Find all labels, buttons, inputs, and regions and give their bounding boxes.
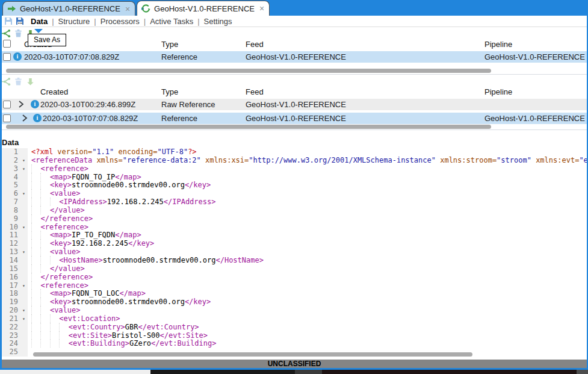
- code-line: 4 <map>FQDN_TO_IP</map>: [2, 173, 588, 182]
- row-checkbox[interactable]: [3, 53, 11, 61]
- code-text: </value>: [28, 265, 85, 273]
- code-line: 20▾ <value>: [2, 307, 588, 315]
- code-line: 15 </value>: [2, 265, 588, 273]
- code-line: 17▾ <reference>: [2, 282, 588, 290]
- code-text: <map>FQDN_TO_IP</map>: [28, 173, 141, 182]
- info-icon[interactable]: i: [13, 52, 22, 61]
- stream-table-header: Created Type Feed Pipeline: [2, 39, 587, 51]
- save-as-button[interactable]: [15, 16, 25, 26]
- tab-pipeline-geohost[interactable]: GeoHost-V1.0-REFERENCE ×: [137, 1, 270, 16]
- code-text: <referenceData xmlns="reference-data:2" …: [28, 157, 588, 165]
- code-text: <key>stroomnode00.strmdev00.org</key>: [28, 298, 211, 307]
- code-text: <map>IP_TO_FQDN</map>: [28, 231, 141, 240]
- code-line: 6▾ <value>: [2, 190, 588, 198]
- tab-processors[interactable]: Processors: [101, 17, 140, 26]
- fold-toggle-icon: [20, 207, 28, 215]
- row-checkbox[interactable]: [3, 101, 11, 108]
- row-checkbox[interactable]: [3, 114, 11, 122]
- code-line: 5 <key>stroomnode00.strmdev00.org</key>: [2, 181, 588, 190]
- line-number: 22: [2, 323, 20, 332]
- fold-toggle-icon[interactable]: ▾: [20, 315, 28, 323]
- tab-data[interactable]: Data: [31, 17, 48, 26]
- table-row[interactable]: i 2020-03-10T07:07:08.829Z Reference Geo…: [2, 51, 587, 63]
- line-number: 21: [2, 315, 20, 323]
- code-text: </value>: [28, 207, 85, 215]
- menu-bar: Data | Structure | Processors | Active T…: [2, 16, 587, 27]
- col-pipeline: Pipeline: [484, 86, 512, 98]
- line-number: 3: [2, 165, 20, 173]
- process-icon[interactable]: [2, 29, 11, 38]
- fold-toggle-icon[interactable]: ▾: [20, 157, 28, 165]
- table-row[interactable]: i 2020-03-10T07:07:08.829Z Reference Geo…: [2, 113, 587, 124]
- horizontal-scrollbar[interactable]: [6, 69, 491, 73]
- line-number: 23: [2, 332, 20, 340]
- data-panel-title: Data: [2, 138, 19, 147]
- fold-toggle-icon[interactable]: ▾: [20, 190, 28, 198]
- code-text: <map>FQDN_TO_LOC</map>: [28, 290, 146, 298]
- fold-toggle-icon[interactable]: ▾: [20, 223, 28, 232]
- tab-feed-geohost[interactable]: GeoHost-V1.0-REFERENCE ×: [2, 1, 135, 16]
- fold-toggle-icon: [20, 332, 28, 340]
- cell-pipeline: GeoHost-V1.0-REFERENCE: [484, 113, 585, 124]
- tab-structure[interactable]: Structure: [58, 17, 90, 26]
- save-as-tooltip: Save As: [28, 34, 66, 46]
- expand-chevron-icon[interactable]: [18, 100, 24, 108]
- save-button[interactable]: [4, 16, 13, 26]
- line-number: 17: [2, 282, 20, 290]
- fold-toggle-icon: [20, 265, 28, 273]
- line-number: 13: [2, 248, 20, 257]
- feed-arrow-icon: [7, 4, 16, 13]
- xml-editor[interactable]: 1<?xml version="1.1" encoding="UTF-8"?>2…: [2, 148, 588, 358]
- fold-toggle-icon: [20, 215, 28, 223]
- fold-toggle-icon[interactable]: ▾: [20, 248, 28, 257]
- line-number: 4: [2, 173, 20, 182]
- fold-toggle-icon[interactable]: ▾: [20, 307, 28, 315]
- code-line: 16 </reference>: [2, 273, 588, 282]
- code-text: <value>: [28, 307, 81, 315]
- code-text: <?xml version="1.1" encoding="UTF-8"?>: [28, 148, 197, 157]
- fold-toggle-icon: [20, 290, 28, 298]
- code-text: [28, 348, 31, 357]
- code-text: <evt:Building>GZero</evt:Building>: [28, 340, 216, 348]
- cell-feed: GeoHost-V1.0-REFERENCE: [246, 51, 346, 63]
- fold-toggle-icon[interactable]: ▾: [20, 282, 28, 290]
- horizontal-scrollbar[interactable]: [6, 125, 491, 129]
- download-icon[interactable]: [26, 77, 35, 86]
- desktop-strip: [0, 370, 588, 374]
- delete-icon[interactable]: [14, 29, 23, 38]
- tab-active-tasks[interactable]: Active Tasks: [150, 17, 193, 26]
- fold-toggle-icon: [20, 148, 28, 157]
- tab-settings[interactable]: Settings: [204, 17, 232, 26]
- classification-banner: UNCLASSIFIED: [2, 360, 587, 369]
- chevron-down-icon[interactable]: [34, 29, 43, 33]
- expand-chevron-icon[interactable]: [22, 114, 28, 122]
- fold-toggle-icon: [20, 257, 28, 265]
- code-line: 1<?xml version="1.1" encoding="UTF-8"?>: [2, 148, 588, 157]
- info-icon[interactable]: i: [33, 114, 42, 122]
- info-icon[interactable]: i: [31, 100, 39, 108]
- code-line: 11 <map>IP_TO_FQDN</map>: [2, 231, 588, 240]
- code-line: 21▾ <evt:Location>: [2, 315, 588, 323]
- line-number: 5: [2, 181, 20, 190]
- cell-created: 2020-03-10T00:29:46.899Z: [40, 99, 135, 110]
- editor-horizontal-scrollbar[interactable]: [33, 352, 472, 357]
- line-number: 10: [2, 223, 20, 232]
- close-icon[interactable]: ×: [259, 4, 264, 13]
- cell-feed: GeoHost-V1.0-REFERENCE: [246, 99, 346, 110]
- code-text: <HostName>stroomnode00.strmdev00.org</Ho…: [28, 257, 264, 265]
- fold-toggle-icon[interactable]: ▾: [20, 165, 28, 173]
- line-number: 24: [2, 340, 20, 348]
- col-type: Type: [161, 39, 178, 50]
- fold-toggle-icon: [20, 340, 28, 348]
- select-all-checkbox[interactable]: [3, 40, 11, 48]
- code-text: <reference>: [28, 165, 88, 173]
- table-row[interactable]: i 2020-03-10T00:29:46.899Z Raw Reference…: [2, 99, 587, 110]
- code-text: <evt:Site>Bristol-S00</evt:Site>: [28, 332, 208, 340]
- fold-toggle-icon: [20, 181, 28, 190]
- col-feed: Feed: [246, 39, 264, 50]
- line-number: 20: [2, 307, 20, 315]
- delete-icon[interactable]: [14, 77, 23, 86]
- process-icon[interactable]: [2, 77, 11, 86]
- code-line: 7 <IPAddress>192.168.2.245</IPAddress>: [2, 198, 588, 207]
- close-icon[interactable]: ×: [125, 5, 130, 13]
